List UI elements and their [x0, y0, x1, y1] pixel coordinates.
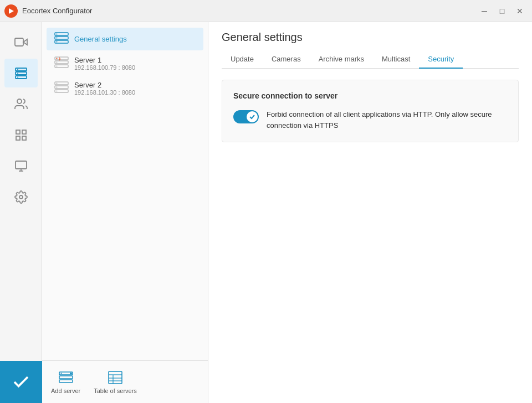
- svg-rect-41: [109, 371, 122, 384]
- tree-item-server1[interactable]: Server 1 192.168.100.79 : 8080: [47, 51, 203, 75]
- right-panel: General settings Update Cameras Archive …: [208, 22, 532, 403]
- svg-rect-36: [59, 376, 73, 379]
- right-panel-header: General settings Update Cameras Archive …: [208, 22, 532, 69]
- tab-archive-marks[interactable]: Archive marks: [310, 50, 373, 69]
- svg-point-6: [17, 73, 18, 74]
- add-server-button[interactable]: Add server: [47, 368, 85, 396]
- general-settings-icon: [54, 32, 69, 46]
- maximize-button[interactable]: □: [494, 5, 510, 17]
- tab-update[interactable]: Update: [222, 50, 263, 69]
- right-content: Secure connection to server Forbid conne…: [208, 69, 532, 403]
- svg-point-7: [17, 77, 18, 78]
- svg-point-8: [17, 99, 22, 104]
- tabs: Update Cameras Archive marks Multicast S…: [222, 50, 519, 69]
- add-server-label: Add server: [51, 388, 80, 394]
- tree-item-general-settings[interactable]: General settings: [47, 28, 203, 50]
- svg-point-20: [57, 34, 58, 35]
- svg-point-34: [57, 91, 58, 92]
- svg-rect-10: [22, 130, 26, 134]
- close-button[interactable]: ✕: [512, 5, 528, 17]
- server2-address: 192.168.101.30 : 8080: [74, 89, 135, 96]
- toggle-row: Forbid connection of all client applicat…: [233, 109, 507, 131]
- svg-rect-37: [59, 380, 73, 383]
- svg-point-16: [19, 195, 23, 199]
- tab-cameras[interactable]: Cameras: [263, 50, 310, 69]
- server1-icon: [54, 56, 69, 70]
- icon-sidebar: [0, 22, 42, 403]
- section-title: Secure connection to server: [233, 91, 507, 100]
- server1-address: 192.168.100.79 : 8080: [74, 64, 135, 71]
- sidebar-item-cameras[interactable]: [4, 28, 38, 56]
- svg-point-22: [57, 42, 58, 43]
- general-settings-label: General settings: [74, 35, 127, 43]
- app-title: Eocortex Configurator: [22, 7, 92, 15]
- sidebar-item-layout[interactable]: [4, 121, 38, 149]
- svg-point-28: [57, 66, 58, 67]
- svg-point-38: [60, 373, 62, 374]
- svg-point-5: [17, 69, 18, 70]
- svg-rect-12: [22, 136, 26, 140]
- svg-point-33: [57, 87, 58, 88]
- table-of-servers-label: Table of servers: [94, 388, 137, 394]
- svg-marker-0: [9, 8, 14, 14]
- page-title: General settings: [222, 31, 519, 44]
- minimize-button[interactable]: ─: [477, 5, 492, 17]
- sidebar-item-settings[interactable]: [4, 183, 38, 211]
- svg-point-32: [57, 83, 58, 84]
- left-panel: General settings: [42, 22, 208, 403]
- sidebar-item-monitor[interactable]: [4, 152, 38, 180]
- tab-security[interactable]: Security: [419, 50, 463, 69]
- svg-point-27: [57, 62, 58, 63]
- svg-rect-9: [16, 130, 20, 134]
- svg-rect-11: [16, 136, 20, 140]
- app-logo: [4, 4, 18, 18]
- table-of-servers-button[interactable]: Table of servers: [89, 368, 141, 396]
- server2-label: Server 2: [74, 81, 135, 89]
- confirm-button[interactable]: [0, 361, 42, 403]
- svg-point-21: [57, 38, 58, 39]
- toggle-description: Forbid connection of all client applicat…: [267, 109, 507, 131]
- tree-item-server2[interactable]: Server 2 192.168.101.30 : 8080: [47, 76, 203, 100]
- svg-rect-13: [16, 161, 27, 169]
- sidebar-item-servers[interactable]: [4, 59, 38, 87]
- left-panel-bottom: Add server Table of servers: [42, 360, 208, 403]
- https-toggle[interactable]: [233, 110, 259, 123]
- tab-multicast[interactable]: Multicast: [373, 50, 419, 69]
- server1-label: Server 1: [74, 56, 135, 64]
- server2-icon: [54, 81, 69, 95]
- titlebar: Eocortex Configurator ─ □ ✕: [0, 0, 532, 22]
- svg-rect-1: [15, 38, 23, 46]
- sidebar-item-users[interactable]: [4, 90, 38, 118]
- svg-point-26: [57, 58, 58, 59]
